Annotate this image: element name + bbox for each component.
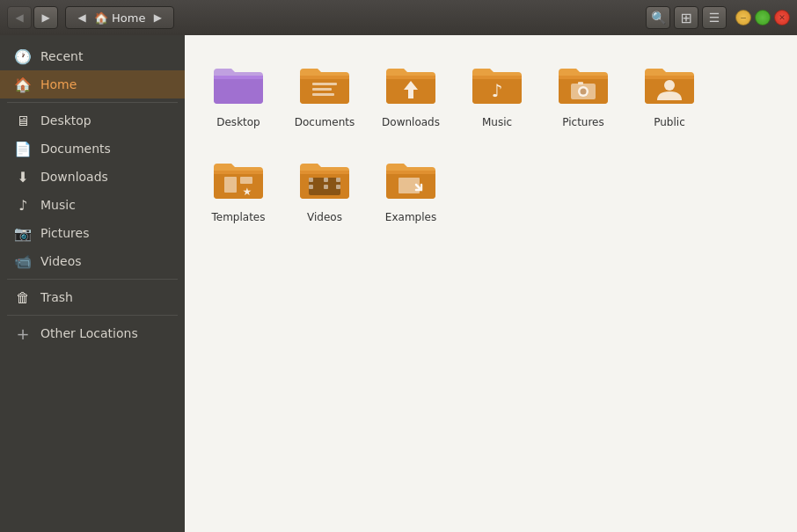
svg-rect-2 xyxy=(312,83,337,85)
sidebar-item-music[interactable]: ♪ Music xyxy=(0,191,185,219)
svg-point-12 xyxy=(581,89,587,95)
titlebar: ◀ ▶ ◀ 🏠 Home ▶ 🔍 ⊞ ☰ − xyxy=(0,0,797,35)
svg-rect-23 xyxy=(309,185,313,189)
breadcrumb-text: Home xyxy=(112,11,145,25)
breadcrumb-left-icon: ◀ xyxy=(77,11,85,24)
svg-rect-13 xyxy=(578,82,583,84)
folder-icon-pictures xyxy=(555,56,611,113)
svg-rect-18 xyxy=(240,177,252,184)
sidebar-item-home[interactable]: 🏠 Home xyxy=(0,70,185,98)
file-item-music[interactable]: ♪ Music xyxy=(457,49,537,137)
breadcrumb-right-icon: ▶ xyxy=(154,11,162,24)
svg-rect-0 xyxy=(214,76,263,79)
sidebar-label-home: Home xyxy=(40,77,77,91)
breadcrumb-toggle-left[interactable]: ◀ xyxy=(73,6,91,29)
documents-icon: 📄 xyxy=(14,140,32,157)
file-item-desktop[interactable]: Desktop xyxy=(199,49,278,137)
music-icon: ♪ xyxy=(14,196,32,214)
folder-icon-examples xyxy=(383,151,439,208)
folder-icon-music: ♪ xyxy=(469,56,525,113)
file-item-downloads[interactable]: Downloads xyxy=(371,49,450,137)
sidebar-item-pictures[interactable]: 📷 Pictures xyxy=(0,219,185,247)
pictures-icon: 📷 xyxy=(14,224,32,242)
menu-icon: ☰ xyxy=(709,11,720,25)
file-item-pictures[interactable]: Pictures xyxy=(544,49,623,137)
sidebar-divider-2 xyxy=(7,279,178,280)
svg-rect-1 xyxy=(300,76,349,79)
sidebar-item-trash[interactable]: 🗑 Trash xyxy=(0,283,185,311)
sidebar-item-desktop[interactable]: 🖥 Desktop xyxy=(0,106,185,135)
close-button[interactable]: ✕ xyxy=(774,10,790,26)
window-controls: − ✕ xyxy=(735,10,790,26)
sidebar-item-videos[interactable]: 📹 Videos xyxy=(0,247,185,275)
folder-icon-public xyxy=(641,56,698,113)
svg-rect-3 xyxy=(312,88,332,91)
downloads-icon: ⬇ xyxy=(14,168,32,186)
sidebar-label-desktop: Desktop xyxy=(40,113,91,128)
folder-icon-documents xyxy=(296,56,353,113)
sidebar-item-other-locations[interactable]: + Other Locations xyxy=(0,319,185,347)
sidebar-label-other-locations: Other Locations xyxy=(40,326,138,340)
svg-point-15 xyxy=(664,80,675,91)
file-label-desktop: Desktop xyxy=(216,116,260,130)
sidebar-label-documents: Documents xyxy=(40,142,111,156)
view-toggle-button[interactable]: ⊞ xyxy=(674,6,698,29)
other-locations-icon: + xyxy=(14,324,32,342)
back-icon: ◀ xyxy=(15,11,23,24)
svg-rect-9 xyxy=(559,76,608,79)
maximize-button[interactable] xyxy=(755,10,771,26)
svg-rect-17 xyxy=(224,177,237,193)
home-sidebar-icon: 🏠 xyxy=(14,76,32,93)
videos-icon: 📹 xyxy=(14,252,32,270)
svg-rect-25 xyxy=(324,185,328,189)
svg-rect-22 xyxy=(309,178,313,182)
file-label-public: Public xyxy=(654,116,685,130)
folder-icon-templates: ★ xyxy=(210,151,267,208)
file-label-videos: Videos xyxy=(307,211,342,225)
search-button[interactable]: 🔍 xyxy=(646,6,670,29)
back-button[interactable]: ◀ xyxy=(7,6,32,29)
main-layout: 🕐 Recent 🏠 Home 🖥 Desktop 📄 Documents ⬇ … xyxy=(0,35,797,532)
sidebar-label-downloads: Downloads xyxy=(40,170,108,184)
svg-rect-24 xyxy=(324,178,328,182)
close-icon: ✕ xyxy=(779,13,786,22)
sidebar-label-trash: Trash xyxy=(40,290,73,304)
file-label-pictures: Pictures xyxy=(562,116,604,130)
forward-button[interactable]: ▶ xyxy=(33,6,58,29)
folder-icon-desktop xyxy=(210,56,267,113)
file-item-public[interactable]: Public xyxy=(630,49,709,137)
content-area: Desktop Documents xyxy=(185,35,797,532)
desktop-icon: 🖥 xyxy=(14,112,32,129)
titlebar-actions: 🔍 ⊞ ☰ xyxy=(646,6,727,29)
forward-icon: ▶ xyxy=(41,11,49,24)
svg-text:★: ★ xyxy=(243,186,252,198)
file-item-examples[interactable]: Examples xyxy=(371,144,450,232)
view-toggle-icon: ⊞ xyxy=(680,10,691,26)
svg-rect-20 xyxy=(300,171,349,174)
sidebar-item-downloads[interactable]: ⬇ Downloads xyxy=(0,163,185,191)
folder-icon-videos xyxy=(296,151,353,208)
breadcrumb-toggle-right[interactable]: ▶ xyxy=(149,6,166,29)
svg-text:♪: ♪ xyxy=(492,80,503,101)
svg-rect-26 xyxy=(336,178,340,182)
svg-rect-16 xyxy=(214,171,263,174)
recent-icon: 🕐 xyxy=(14,47,32,65)
sidebar-label-music: Music xyxy=(40,198,76,212)
breadcrumb[interactable]: ◀ 🏠 Home ▶ xyxy=(65,6,174,29)
minimize-icon: − xyxy=(740,13,747,22)
svg-rect-5 xyxy=(386,76,435,79)
minimize-button[interactable]: − xyxy=(735,10,751,26)
search-icon: 🔍 xyxy=(651,11,666,25)
file-label-documents: Documents xyxy=(295,116,355,130)
file-item-videos[interactable]: Videos xyxy=(285,144,364,232)
sidebar-label-pictures: Pictures xyxy=(40,226,89,240)
menu-button[interactable]: ☰ xyxy=(702,6,727,29)
sidebar-item-recent[interactable]: 🕐 Recent xyxy=(0,42,185,70)
sidebar-divider-1 xyxy=(7,102,178,103)
svg-rect-4 xyxy=(312,93,334,96)
sidebar: 🕐 Recent 🏠 Home 🖥 Desktop 📄 Documents ⬇ … xyxy=(0,35,185,532)
file-item-documents[interactable]: Documents xyxy=(285,49,364,137)
file-item-templates[interactable]: ★ Templates xyxy=(199,144,278,232)
home-icon: 🏠 xyxy=(94,11,108,25)
sidebar-item-documents[interactable]: 📄 Documents xyxy=(0,135,185,163)
